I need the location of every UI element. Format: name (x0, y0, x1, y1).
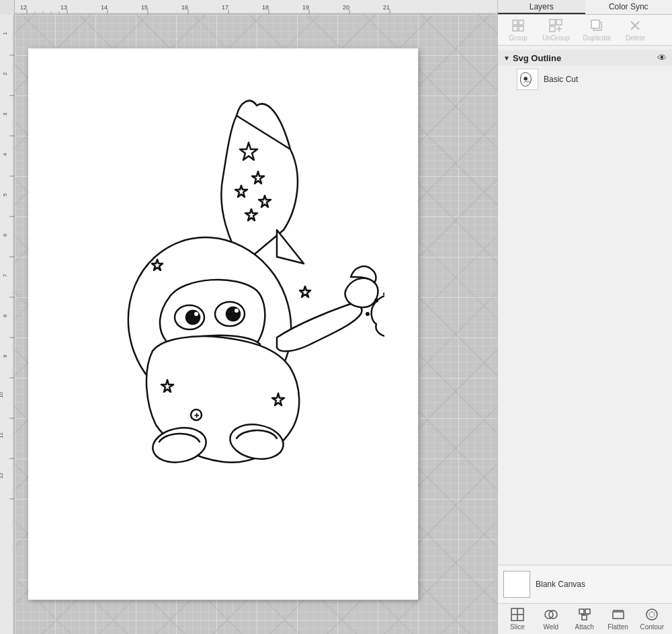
svg-art: .art { fill: none; stroke: #111; stroke-… (48, 95, 425, 512)
slice-button[interactable]: Slice (502, 604, 533, 633)
ungroup-button[interactable]: UnGroup (538, 15, 574, 44)
svg-point-55 (194, 312, 198, 316)
svg-text:11: 11 (0, 432, 4, 438)
svg-text:12: 12 (0, 473, 4, 479)
slice-icon (510, 607, 525, 622)
blank-canvas-thumbnail (503, 571, 530, 598)
svg-rect-73 (556, 19, 562, 25)
weld-icon (544, 607, 558, 622)
svg-rect-70 (513, 26, 517, 31)
svg-text:8: 8 (2, 314, 8, 317)
ruler-left: 1 2 3 4 5 6 7 8 9 10 11 12 (0, 15, 15, 634)
ungroup-icon (548, 18, 563, 33)
svg-rect-89 (582, 615, 587, 620)
ruler-corner (0, 0, 15, 15)
svg-rect-68 (513, 20, 517, 25)
layer-tree: ▼ Svg Outline 👁 Basic Cut (498, 46, 672, 565)
svg-rect-71 (519, 26, 523, 31)
layer-toolbar: Group UnGroup Duplicate (498, 15, 672, 46)
svg-text:1: 1 (2, 32, 8, 35)
layer-group-header[interactable]: ▼ Svg Outline 👁 (498, 50, 672, 66)
svg-text:4: 4 (2, 153, 8, 156)
svg-text:6: 6 (2, 233, 8, 237)
layer-item-name: Basic Cut (544, 75, 578, 84)
ruler-top-marks: 12 13 14 15 16 17 18 19 20 21 (15, 0, 497, 14)
svg-point-63 (366, 312, 370, 316)
svg-rect-78 (591, 20, 599, 28)
flatten-icon (611, 607, 626, 622)
svg-text:13: 13 (60, 4, 67, 11)
right-panel: Layers Color Sync Group (497, 0, 672, 634)
attach-button[interactable]: Attach (569, 604, 600, 633)
group-icon (511, 18, 526, 33)
svg-text:5: 5 (2, 193, 8, 196)
svg-point-81 (523, 77, 528, 81)
svg-text:✚: ✚ (194, 412, 200, 419)
svg-text:7: 7 (2, 274, 8, 277)
delete-button[interactable]: Delete (620, 15, 650, 44)
blank-canvas-section: Blank Canvas (498, 565, 672, 603)
layer-item-basic-cut[interactable]: Basic Cut (498, 66, 672, 93)
svg-text:16: 16 (181, 4, 188, 11)
contour-button[interactable]: Contour (636, 604, 668, 633)
delete-icon (628, 18, 642, 33)
flatten-button[interactable]: Flatten (603, 604, 634, 633)
attach-icon (577, 607, 592, 622)
svg-point-65 (383, 292, 384, 295)
group-button[interactable]: Group (503, 15, 533, 44)
visibility-toggle[interactable]: 👁 (657, 52, 667, 63)
canvas-area: 12 13 14 15 16 17 18 19 20 21 (0, 0, 497, 634)
svg-point-56 (235, 309, 239, 313)
svg-text:19: 19 (302, 4, 309, 11)
duplicate-button[interactable]: Duplicate (579, 15, 616, 44)
layer-thumbnail (517, 69, 538, 90)
svg-text:21: 21 (383, 4, 390, 11)
svg-rect-74 (550, 26, 555, 32)
layer-group-name: Svg Outline (513, 53, 655, 63)
svg-rect-69 (519, 20, 523, 25)
svg-text:2: 2 (2, 72, 8, 75)
svg-text:12: 12 (20, 4, 27, 11)
svg-rect-87 (579, 609, 584, 614)
svg-text:10: 10 (0, 392, 4, 398)
duplicate-icon (589, 18, 604, 33)
svg-text:20: 20 (343, 4, 349, 11)
tab-bar: Layers Color Sync (498, 0, 672, 15)
svg-text:9: 9 (2, 354, 8, 358)
tab-layers[interactable]: Layers (498, 0, 585, 14)
layer-group-svg-outline: ▼ Svg Outline 👁 Basic Cut (498, 48, 672, 94)
tab-color-sync[interactable]: Color Sync (585, 0, 673, 14)
grid-canvas[interactable]: .art { fill: none; stroke: #111; stroke-… (15, 15, 497, 634)
svg-text:3: 3 (2, 112, 8, 116)
svg-text:15: 15 (141, 4, 148, 11)
ruler-top: 12 13 14 15 16 17 18 19 20 21 (0, 0, 497, 15)
svg-rect-72 (550, 19, 555, 25)
chevron-down-icon: ▼ (503, 54, 510, 62)
bottom-toolbar: Slice Weld Attach (498, 603, 672, 634)
svg-text:18: 18 (262, 4, 269, 11)
svg-rect-92 (613, 612, 624, 619)
svg-point-64 (374, 299, 378, 303)
svg-rect-88 (585, 609, 590, 614)
blank-canvas-label: Blank Canvas (536, 580, 585, 589)
weld-button[interactable]: Weld (536, 604, 566, 633)
contour-icon (644, 607, 659, 622)
svg-text:14: 14 (101, 4, 108, 11)
svg-text:17: 17 (222, 4, 228, 11)
